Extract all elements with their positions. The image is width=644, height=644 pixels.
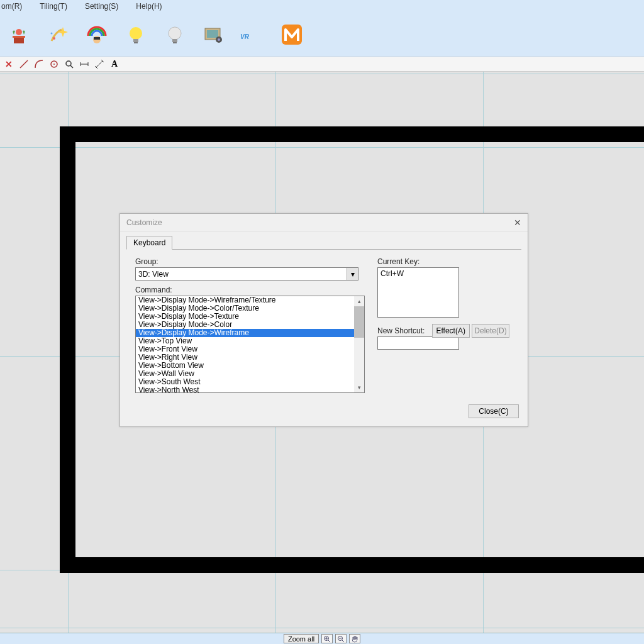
svg-line-27	[96, 61, 103, 67]
list-item[interactable]: View->Display Mode->Wireframe	[136, 329, 354, 337]
svg-point-3	[53, 37, 55, 40]
dialog-titlebar[interactable]: Customize ✕	[120, 214, 528, 231]
lightbulb-off-icon[interactable]	[162, 22, 187, 47]
pan-hand-icon[interactable]	[349, 634, 360, 643]
effect-button[interactable]: Effect(A)	[432, 324, 470, 338]
svg-point-16	[218, 38, 220, 41]
zoom-out-icon[interactable]	[335, 634, 347, 643]
svg-line-23	[70, 65, 73, 68]
svg-point-2	[16, 29, 22, 35]
lightbulb-on-icon[interactable]	[123, 22, 148, 47]
menu-room[interactable]: om(R)	[1, 2, 31, 11]
magnifier-icon[interactable]	[63, 58, 75, 70]
menu-help[interactable]: Help(H)	[136, 2, 170, 11]
svg-rect-11	[172, 39, 177, 42]
svg-point-21	[53, 64, 55, 65]
list-item[interactable]: View->Display Mode->Texture	[136, 313, 354, 321]
close-x-icon[interactable]: ✕	[3, 58, 15, 70]
design-canvas[interactable]: Customize ✕ Keyboard Group: 3D: View ▾ C…	[0, 72, 644, 633]
group-value: 3D: View	[138, 270, 169, 279]
svg-rect-0	[14, 37, 24, 43]
svg-rect-9	[134, 42, 138, 43]
flowerpot-icon[interactable]	[6, 22, 31, 47]
list-item[interactable]: View->Bottom View	[136, 362, 354, 370]
annotation-toolbar: ✕ A	[0, 57, 644, 72]
chevron-down-icon[interactable]: ▾	[347, 268, 358, 280]
close-button[interactable]: Close(C)	[469, 404, 519, 418]
picture-icon[interactable]	[201, 22, 226, 47]
scroll-thumb[interactable]	[354, 306, 364, 338]
grid-line	[0, 74, 644, 74]
list-item[interactable]: View->Top View	[136, 337, 354, 345]
current-key-value: Ctrl+W	[380, 269, 404, 278]
zoom-in-icon[interactable]	[321, 634, 333, 643]
svg-rect-8	[133, 39, 138, 42]
vr-icon[interactable]: VR	[240, 22, 265, 47]
svg-line-35	[342, 640, 344, 642]
list-item[interactable]: View->Display Mode->Color	[136, 321, 354, 329]
command-listbox[interactable]: View->Display Mode->Wireframe/Texture Vi…	[135, 296, 365, 393]
customize-dialog: Customize ✕ Keyboard Group: 3D: View ▾ C…	[119, 213, 528, 427]
current-key-box[interactable]: Ctrl+W	[377, 267, 459, 318]
status-bar: Zoom all	[0, 633, 644, 644]
sparkle-star-icon[interactable]	[45, 22, 70, 47]
tab-keyboard[interactable]: Keyboard	[126, 236, 172, 250]
group-combobox[interactable]: 3D: View ▾	[135, 267, 358, 280]
menu-setting[interactable]: Setting(S)	[85, 2, 127, 11]
svg-line-19	[20, 60, 28, 68]
arc-tool-icon[interactable]	[33, 58, 45, 70]
text-tool-icon[interactable]: A	[108, 58, 121, 70]
line-tool-icon[interactable]	[18, 58, 30, 70]
list-item[interactable]: View->North West	[136, 386, 354, 393]
list-item[interactable]: View->Right View	[136, 353, 354, 362]
svg-point-7	[130, 27, 142, 40]
command-label: Command:	[135, 286, 365, 294]
list-item[interactable]: View->Display Mode->Wireframe/Texture	[136, 296, 354, 304]
dimension-h-icon[interactable]	[78, 58, 91, 70]
list-item[interactable]: View->South West	[136, 378, 354, 386]
main-toolbar: VR	[0, 13, 644, 57]
scroll-up-icon[interactable]: ▴	[354, 296, 364, 306]
dialog-title: Customize	[126, 218, 162, 227]
m-logo-icon[interactable]	[279, 22, 304, 47]
close-icon[interactable]: ✕	[514, 218, 521, 228]
dimension-diag-icon[interactable]	[93, 58, 106, 70]
circle-tool-icon[interactable]	[48, 58, 60, 70]
svg-point-4	[51, 32, 53, 34]
svg-rect-6	[94, 37, 100, 40]
list-item[interactable]: View->Front View	[136, 345, 354, 353]
current-key-label: Current Key:	[377, 257, 509, 266]
menu-tiling[interactable]: Tiling(T)	[40, 2, 76, 11]
svg-rect-1	[13, 36, 25, 38]
delete-button[interactable]: Delete(D)	[472, 324, 509, 338]
svg-rect-14	[207, 30, 218, 38]
rainbow-avatar-icon[interactable]	[84, 22, 109, 47]
svg-line-31	[328, 640, 330, 642]
scroll-down-icon[interactable]: ▾	[354, 382, 364, 392]
svg-point-10	[169, 27, 181, 40]
grid-line	[0, 628, 644, 628]
list-item[interactable]: View->Wall View	[136, 370, 354, 378]
svg-rect-12	[173, 42, 177, 43]
svg-point-22	[66, 61, 71, 66]
scrollbar[interactable]: ▴ ▾	[354, 296, 364, 392]
zoom-all-button[interactable]: Zoom all	[284, 634, 319, 643]
svg-text:VR: VR	[240, 33, 250, 40]
list-item[interactable]: View->Display Mode->Color/Texture	[136, 304, 354, 313]
group-label: Group:	[135, 257, 365, 266]
menu-bar: om(R) Tiling(T) Setting(S) Help(H)	[0, 0, 644, 13]
